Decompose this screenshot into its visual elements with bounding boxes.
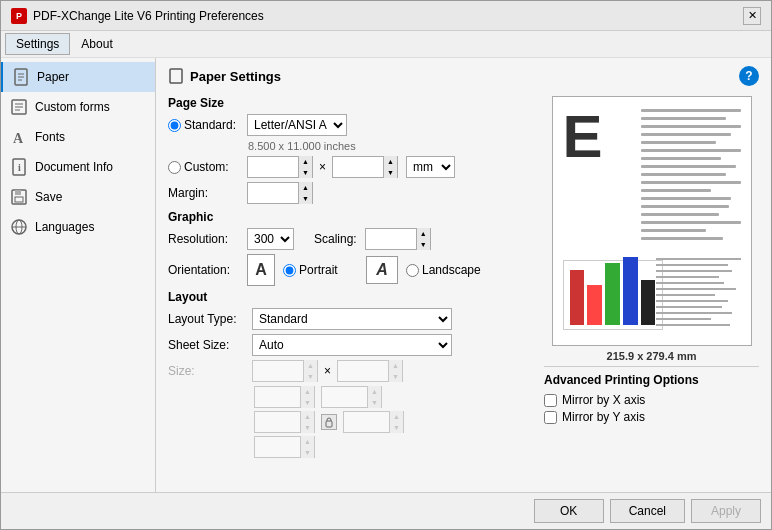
scale-field: 100.0 xyxy=(255,437,300,457)
custom-height-field[interactable]: 297.0 xyxy=(333,157,383,177)
standard-select[interactable]: Letter/ANSI A A4 A3 Legal xyxy=(247,114,347,136)
preview-letter-e: E xyxy=(563,107,603,167)
pos2-input: 0.0 ▲ ▼ xyxy=(321,386,382,408)
standard-radio-label[interactable]: Standard: xyxy=(168,118,243,132)
pos1-input: 0.0 ▲ ▼ xyxy=(254,386,315,408)
sidebar-item-custom-forms[interactable]: Custom forms xyxy=(1,92,155,122)
layout-type-select[interactable]: Standard Booklet N-up xyxy=(252,308,452,330)
scale-down: ▼ xyxy=(300,447,314,458)
scaling-field[interactable]: 100 xyxy=(366,229,416,249)
scaling-input[interactable]: 100 ▲ ▼ xyxy=(365,228,431,250)
custom-height-input[interactable]: 297.0 ▲ ▼ xyxy=(332,156,398,178)
size-row: Size: 210.0 ▲ ▼ × 297.0 ▲ xyxy=(168,360,534,382)
cancel-button[interactable]: Cancel xyxy=(610,499,685,523)
size-w-input: 210.0 ▲ ▼ xyxy=(252,360,318,382)
custom-width-input[interactable]: 210.0 ▲ ▼ xyxy=(247,156,313,178)
panel-header: Paper Settings ? xyxy=(168,66,759,86)
dim1-up: ▲ xyxy=(300,411,314,422)
preview-lines xyxy=(641,109,741,245)
panel-title-area: Paper Settings xyxy=(168,68,281,84)
menu-bar: Settings About xyxy=(1,31,771,58)
preview-chart xyxy=(563,260,663,330)
svg-text:i: i xyxy=(18,162,21,173)
resolution-row: Resolution: 300 72 96 150 600 Scaling: 1… xyxy=(168,228,534,250)
chart-bar-3 xyxy=(605,263,620,325)
close-button[interactable]: ✕ xyxy=(743,7,761,25)
help-button[interactable]: ? xyxy=(739,66,759,86)
fonts-icon: A xyxy=(9,127,29,147)
sheet-size-select[interactable]: Auto A4 Letter xyxy=(252,334,452,356)
sidebar-item-fonts[interactable]: A Fonts xyxy=(1,122,155,152)
graphic-section-label: Graphic xyxy=(168,210,534,224)
languages-icon xyxy=(9,217,29,237)
landscape-radio-label[interactable]: Landscape xyxy=(406,263,481,277)
sidebar-item-languages[interactable]: Languages xyxy=(1,212,155,242)
standard-radio[interactable] xyxy=(168,119,181,132)
paper-settings-icon xyxy=(168,68,184,84)
margin-up[interactable]: ▲ xyxy=(298,182,312,193)
svg-text:A: A xyxy=(13,131,24,146)
standard-row: Standard: Letter/ANSI A A4 A3 Legal xyxy=(168,114,534,136)
layout-type-row: Layout Type: Standard Booklet N-up xyxy=(168,308,534,330)
menu-about[interactable]: About xyxy=(70,33,123,55)
dim1-field: 215.9 xyxy=(255,412,300,432)
custom-width-up[interactable]: ▲ xyxy=(298,156,312,167)
scaling-down[interactable]: ▼ xyxy=(416,239,430,250)
custom-width-down[interactable]: ▼ xyxy=(298,167,312,178)
orientation-row: Orientation: A Portrait A Landscape xyxy=(168,254,534,286)
portrait-icon[interactable]: A xyxy=(247,254,275,286)
dim2-field: 279.4 xyxy=(344,412,389,432)
landscape-icon[interactable]: A xyxy=(366,256,398,284)
sidebar-item-document-info[interactable]: i Document Info xyxy=(1,152,155,182)
portrait-radio-label[interactable]: Portrait xyxy=(283,263,358,277)
margin-input[interactable]: 0.0 ▲ ▼ xyxy=(247,182,313,204)
apply-button[interactable]: Apply xyxy=(691,499,761,523)
sidebar-label-paper: Paper xyxy=(37,70,69,84)
custom-radio-label[interactable]: Custom: xyxy=(168,160,243,174)
sidebar-label-fonts: Fonts xyxy=(35,130,65,144)
margin-label: Margin: xyxy=(168,186,243,200)
layout-type-label: Layout Type: xyxy=(168,312,248,326)
custom-row: Custom: 210.0 ▲ ▼ × 297.0 xyxy=(168,156,534,178)
custom-height-up[interactable]: ▲ xyxy=(383,156,397,167)
sidebar-item-save[interactable]: Save xyxy=(1,182,155,212)
standard-info: 8.500 x 11.000 inches xyxy=(248,140,534,152)
layout-section-label: Layout xyxy=(168,290,534,304)
sheet-size-row: Sheet Size: Auto A4 Letter xyxy=(168,334,534,356)
sidebar-label-languages: Languages xyxy=(35,220,94,234)
portrait-radio[interactable] xyxy=(283,264,296,277)
sidebar-label-save: Save xyxy=(35,190,62,204)
scaling-label: Scaling: xyxy=(314,232,357,246)
dim2-down: ▼ xyxy=(389,422,403,433)
title-bar: P PDF-XChange Lite V6 Printing Preferenc… xyxy=(1,1,771,31)
ok-button[interactable]: OK xyxy=(534,499,604,523)
margin-down[interactable]: ▼ xyxy=(298,193,312,204)
landscape-radio[interactable] xyxy=(406,264,419,277)
resolution-select[interactable]: 300 72 96 150 600 xyxy=(247,228,294,250)
size-times: × xyxy=(322,364,333,378)
custom-height-down[interactable]: ▼ xyxy=(383,167,397,178)
unit-select[interactable]: mm inch pt xyxy=(406,156,455,178)
orientation-label: Orientation: xyxy=(168,263,243,277)
size-h-field: 297.0 xyxy=(338,361,388,381)
mirror-x-checkbox[interactable] xyxy=(544,394,557,407)
lock-icon xyxy=(321,414,337,430)
mirror-y-checkbox[interactable] xyxy=(544,411,557,424)
custom-label-text: Custom: xyxy=(184,160,229,174)
scaling-up[interactable]: ▲ xyxy=(416,228,430,239)
scale-input: 100.0 ▲ ▼ xyxy=(254,436,315,458)
scale-row: 100.0 ▲ ▼ xyxy=(254,436,534,458)
svg-rect-17 xyxy=(170,69,182,83)
custom-width-field[interactable]: 210.0 xyxy=(248,157,298,177)
preview-chart-lines xyxy=(656,258,741,330)
pos1-down: ▼ xyxy=(300,397,314,408)
svg-rect-13 xyxy=(15,197,23,202)
content-area: Paper Custom forms A Fonts i Document In… xyxy=(1,58,771,492)
two-column-layout: Page Size Standard: Letter/ANSI A A4 A3 … xyxy=(168,96,759,458)
standard-label-text: Standard: xyxy=(184,118,236,132)
menu-settings[interactable]: Settings xyxy=(5,33,70,55)
document-info-icon: i xyxy=(9,157,29,177)
margin-field[interactable]: 0.0 xyxy=(248,183,298,203)
sidebar-item-paper[interactable]: Paper xyxy=(1,62,155,92)
custom-radio[interactable] xyxy=(168,161,181,174)
